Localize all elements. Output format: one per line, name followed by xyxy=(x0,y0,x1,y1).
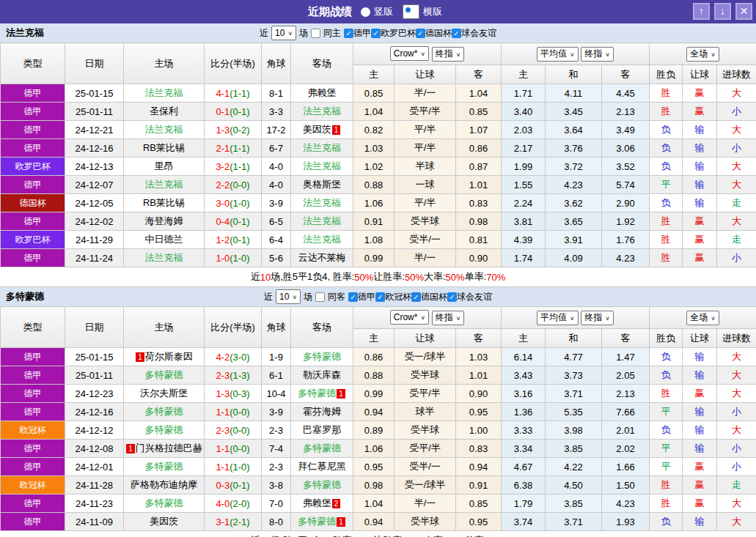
odds-value: 受半/一 xyxy=(394,231,456,249)
team-cell: 弗赖堡2 xyxy=(291,495,353,513)
corner-count: 5-6 xyxy=(262,249,291,267)
match-date: 25-01-15 xyxy=(65,84,124,103)
col-handicap-result: 让球 xyxy=(683,65,717,84)
corner-count: 6-5 xyxy=(262,212,291,231)
result-value: 负 xyxy=(650,139,683,158)
result-value: 胜 xyxy=(650,476,683,495)
league-label: 德国杯 xyxy=(425,27,452,40)
team-name: 法兰克福 xyxy=(6,26,44,40)
scope-select[interactable]: 全场∨ xyxy=(686,311,719,325)
bookmaker-select[interactable]: Crow*∨ xyxy=(390,46,429,61)
halftime-score: (0-1) xyxy=(230,480,249,491)
average-select[interactable]: 平均值∨ xyxy=(537,311,579,325)
bookmaker-select[interactable]: Crow*∨ xyxy=(390,310,429,325)
odds-value: 1.03 xyxy=(456,348,502,366)
average-odds-value: 4.77 xyxy=(546,348,602,366)
col-avg-draw: 和 xyxy=(546,329,602,348)
result-value: 大 xyxy=(717,348,756,366)
match-row: 德甲25-01-11多特蒙德2-3(1-3)6-1勒沃库森0.88受半球1.01… xyxy=(1,366,756,385)
result-value: 小 xyxy=(717,103,756,121)
section-header: 法兰克福 近 10∨ 场 同主 ✓德甲✓欧罗巴杯✓德国杯✓球会友谊 xyxy=(0,23,756,42)
league-badge: 德甲 xyxy=(1,385,65,403)
col-goals: 进球数 xyxy=(717,65,756,84)
summary-segment: 近 xyxy=(251,534,260,537)
team-section-frankfurt: 法兰克福 近 10∨ 场 同主 ✓德甲✓欧罗巴杯✓德国杯✓球会友谊 类型 日期 … xyxy=(0,23,756,287)
team-name: 多特蒙德 xyxy=(303,351,341,362)
team-cell: 法兰克福 xyxy=(124,249,205,267)
chevron-down-icon: ∨ xyxy=(287,30,293,37)
odds-value: 受半球 xyxy=(394,421,456,440)
col-date: 日期 xyxy=(65,43,124,84)
col-odds-home: 主 xyxy=(353,65,394,84)
team-name: 里昂 xyxy=(155,160,174,171)
score-cell: 0-4(0-1) xyxy=(205,212,262,231)
summary-line: 近10场,胜3平3负4, 胜率:30% 让胜率:40% 大率:60% 单率:30… xyxy=(0,531,756,537)
average-odds-value: 3.71 xyxy=(546,385,602,403)
same-venue-checkbox[interactable] xyxy=(315,292,325,302)
down-arrow-icon[interactable]: ↓ xyxy=(714,3,731,20)
average-odds-value: 1.66 xyxy=(602,458,650,476)
score-cell: 1-3(0-3) xyxy=(205,385,262,403)
odds-value: 1.06 xyxy=(353,194,394,212)
final-odds-select[interactable]: 终指∨ xyxy=(432,311,465,325)
team-cell: 云达不莱梅 xyxy=(291,249,353,267)
vertical-layout-radio[interactable] xyxy=(361,7,370,17)
final-odds-select[interactable]: 终指∨ xyxy=(432,47,465,62)
average-odds-value: 2.01 xyxy=(602,421,650,440)
team-cell: 法兰克福 xyxy=(124,176,205,194)
corner-count: 6-1 xyxy=(262,366,291,385)
match-date: 24-12-01 xyxy=(65,458,124,476)
team-cell: 拜仁慕尼黑 xyxy=(291,458,353,476)
average-select[interactable]: 平均值∨ xyxy=(537,47,579,62)
odds-value: 受平/半 xyxy=(394,103,456,121)
league-checkbox[interactable]: ✓ xyxy=(452,29,461,38)
red-card-badge: 1 xyxy=(337,389,345,399)
odds-value: 1.04 xyxy=(456,84,502,103)
match-count-select[interactable]: 10∨ xyxy=(271,26,296,40)
final-odds-select-2[interactable]: 终指∨ xyxy=(581,311,614,325)
team-name: 多特蒙德 xyxy=(145,369,183,380)
match-count-select[interactable]: 10∨ xyxy=(276,289,301,304)
team-name: 中日德兰 xyxy=(145,234,183,245)
average-odds-value: 4.67 xyxy=(502,458,546,476)
league-checkbox[interactable]: ✓ xyxy=(447,292,457,302)
halftime-score: (0-1) xyxy=(230,216,249,227)
league-checkbox[interactable]: ✓ xyxy=(416,29,425,38)
league-label: 德甲 xyxy=(353,27,371,40)
col-avg-draw: 和 xyxy=(546,65,602,84)
odds-value: 平/半 xyxy=(394,121,456,139)
league-badge: 德甲 xyxy=(1,121,65,139)
match-date: 24-12-16 xyxy=(65,403,124,421)
odds-value: 半/一 xyxy=(394,84,456,103)
odds-value: 受一/球半 xyxy=(394,348,456,366)
league-checkbox[interactable]: ✓ xyxy=(411,292,421,302)
league-checkbox[interactable]: ✓ xyxy=(375,292,385,302)
average-odds-value: 1.93 xyxy=(602,513,650,531)
league-badge: 德甲 xyxy=(1,139,65,158)
average-odds-value: 4.45 xyxy=(602,84,650,103)
odds-value: 1.03 xyxy=(353,139,394,158)
team-name: 霍芬海姆 xyxy=(303,406,341,417)
league-checkbox[interactable]: ✓ xyxy=(344,29,353,38)
odds-group-header: Crow*∨ 终指∨ xyxy=(353,307,502,329)
layout-radio-group: 竖版 横版 xyxy=(361,4,448,19)
col-score: 比分(半场) xyxy=(205,307,262,348)
close-icon[interactable]: ✕ xyxy=(735,3,752,20)
final-odds-select-2[interactable]: 终指∨ xyxy=(581,47,614,62)
league-checkbox[interactable]: ✓ xyxy=(348,292,358,302)
fulltime-score: 2-3 xyxy=(216,370,230,381)
results-table: 类型 日期 主场 比分(半场) 角球 客场 Crow*∨ 终指∨ 平均值∨ 终指… xyxy=(0,42,756,267)
team-name: 法兰克福 xyxy=(145,87,183,98)
result-value: 大 xyxy=(717,176,756,194)
score-cell: 2-1(1-1) xyxy=(205,139,262,158)
same-venue-checkbox[interactable] xyxy=(311,29,320,38)
halftime-score: (3-0) xyxy=(230,352,249,363)
horizontal-layout-radio[interactable] xyxy=(403,4,419,19)
average-group-header: 平均值∨ 终指∨ xyxy=(502,43,650,65)
up-arrow-icon[interactable]: ↑ xyxy=(693,3,710,20)
league-checkbox[interactable]: ✓ xyxy=(371,29,381,38)
score-cell: 1-2(0-1) xyxy=(205,231,262,249)
scope-select[interactable]: 全场∨ xyxy=(686,47,719,62)
team-cell: 勒沃库森 xyxy=(291,366,353,385)
league-badge: 德甲 xyxy=(1,212,65,231)
